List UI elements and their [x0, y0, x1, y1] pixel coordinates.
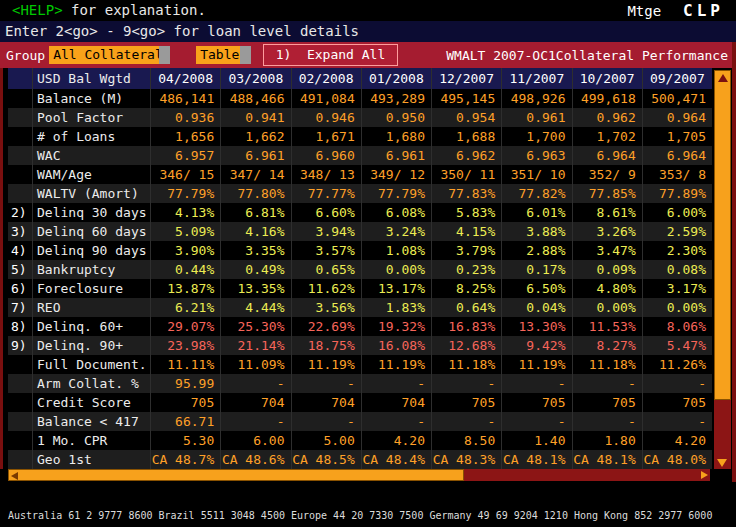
help-link[interactable]: <HELP> — [0, 2, 63, 18]
row-label: Full Document. — [32, 355, 150, 374]
cell-value: 6.60% — [291, 203, 361, 222]
group-label: Group — [6, 48, 45, 63]
cell-value: 6.00% — [642, 203, 712, 222]
cell-value: 705 — [572, 393, 642, 412]
scroll-right-icon[interactable] — [701, 471, 708, 479]
cell-value: 8.27% — [572, 336, 642, 355]
row-number — [8, 393, 32, 412]
vertical-scrollbar-thumb[interactable] — [714, 70, 731, 400]
cell-value: 3.57% — [291, 241, 361, 260]
cell-value: - — [572, 412, 642, 431]
row-number[interactable]: 5) — [8, 260, 32, 279]
cell-value: 77.77% — [291, 184, 361, 203]
row-number — [8, 108, 32, 127]
cell-value: 3.90% — [150, 241, 220, 260]
cell-value: 66.71 — [150, 412, 220, 431]
row-number — [8, 412, 32, 431]
row-number[interactable]: 6) — [8, 279, 32, 298]
cell-value: 11.62% — [291, 279, 361, 298]
cell-value: - — [291, 374, 361, 393]
cell-value: 4.44% — [220, 298, 290, 317]
cell-value: 8.61% — [572, 203, 642, 222]
row-label[interactable]: Delinq 30 days — [32, 203, 150, 222]
cell-value: 0.09% — [572, 260, 642, 279]
row-number[interactable]: 7) — [8, 298, 32, 317]
cell-value: 29.07% — [150, 317, 220, 336]
row-number — [8, 431, 32, 450]
row-label[interactable]: REO — [32, 298, 150, 317]
cell-value: 6.964 — [642, 146, 712, 165]
cell-value: 77.79% — [361, 184, 431, 203]
cell-value: - — [572, 374, 642, 393]
cell-value: 0.04% — [501, 298, 571, 317]
row-number — [8, 165, 32, 184]
cell-value: 25.30% — [220, 317, 290, 336]
row-label[interactable]: Foreclosure — [32, 279, 150, 298]
cell-value: 498,926 — [501, 89, 571, 108]
scroll-down-icon[interactable] — [717, 459, 727, 467]
group-dropdown[interactable]: All Collateral — [49, 46, 159, 64]
cell-value: 705 — [150, 393, 220, 412]
column-header: 09/2007 — [642, 68, 712, 89]
view-dropdown-handle[interactable] — [240, 46, 251, 64]
table-header-row: USD Bal Wgtd 04/200803/200802/200801/200… — [8, 68, 712, 89]
cell-value: 0.946 — [291, 108, 361, 127]
cell-value: 5.47% — [642, 336, 712, 355]
message-line: Enter 2<go> - 9<go> for loan level detai… — [0, 21, 736, 42]
row-label: WALTV (Amort) — [32, 184, 150, 203]
cell-value: 6.961 — [220, 146, 290, 165]
cell-value: - — [291, 412, 361, 431]
cell-value: 353/ 8 — [642, 165, 712, 184]
cell-value: 1,700 — [501, 127, 571, 146]
cell-value: 350/ 11 — [431, 165, 501, 184]
cell-value: 2.59% — [642, 222, 712, 241]
cell-value: 21.14% — [220, 336, 290, 355]
cell-value: 499,618 — [572, 89, 642, 108]
table-row: Credit Score705704704704705705705705 — [8, 393, 712, 412]
cell-value: 8.50 — [431, 431, 501, 450]
row-label[interactable]: Delinq 60 days — [32, 222, 150, 241]
cell-value: 0.49% — [220, 260, 290, 279]
cell-value: 0.00% — [572, 298, 642, 317]
cell-value: 11.53% — [572, 317, 642, 336]
footer: Australia 61 2 9777 8600 Brazil 5511 304… — [8, 483, 732, 527]
column-header: 11/2007 — [501, 68, 571, 89]
scroll-up-icon[interactable] — [718, 74, 728, 82]
row-label[interactable]: Delinq. 90+ — [32, 336, 150, 355]
row-label[interactable]: Delinq 90 days — [32, 241, 150, 260]
row-number — [8, 184, 32, 203]
cell-value: 77.80% — [220, 184, 290, 203]
cell-value: 11.18% — [431, 355, 501, 374]
cell-value: 500,471 — [642, 89, 712, 108]
horizontal-scrollbar[interactable] — [8, 469, 710, 481]
cell-value: 19.32% — [361, 317, 431, 336]
corner-label: USD Bal Wgtd — [32, 68, 150, 89]
cell-value: 4.20 — [361, 431, 431, 450]
function-code: CLP — [683, 1, 724, 20]
view-dropdown[interactable]: Table — [196, 46, 240, 64]
row-number[interactable]: 2) — [8, 203, 32, 222]
cell-value: 6.964 — [572, 146, 642, 165]
cell-value: 0.44% — [150, 260, 220, 279]
row-number[interactable]: 4) — [8, 241, 32, 260]
row-label[interactable]: Delinq. 60+ — [32, 317, 150, 336]
cell-value: 349/ 12 — [361, 165, 431, 184]
row-number[interactable]: 3) — [8, 222, 32, 241]
column-header: 01/2008 — [361, 68, 431, 89]
cell-value: 6.50% — [501, 279, 571, 298]
scroll-left-icon[interactable] — [11, 472, 18, 480]
row-number[interactable]: 9) — [8, 336, 32, 355]
expand-all-button[interactable]: 1) Expand All — [263, 44, 399, 66]
row-label: WAM/Age — [32, 165, 150, 184]
cell-value: 0.17% — [501, 260, 571, 279]
cell-value: 0.00% — [642, 298, 712, 317]
group-dropdown-handle[interactable] — [159, 46, 170, 64]
cell-value: 4.15% — [431, 222, 501, 241]
row-label[interactable]: Bankruptcy — [32, 260, 150, 279]
row-number[interactable]: 8) — [8, 317, 32, 336]
cell-value: 495,145 — [431, 89, 501, 108]
row-label: 1 Mo. CPR — [32, 431, 150, 450]
horizontal-scrollbar-thumb[interactable] — [8, 469, 464, 481]
cell-value: 0.961 — [501, 108, 571, 127]
vertical-scrollbar[interactable] — [714, 70, 731, 469]
